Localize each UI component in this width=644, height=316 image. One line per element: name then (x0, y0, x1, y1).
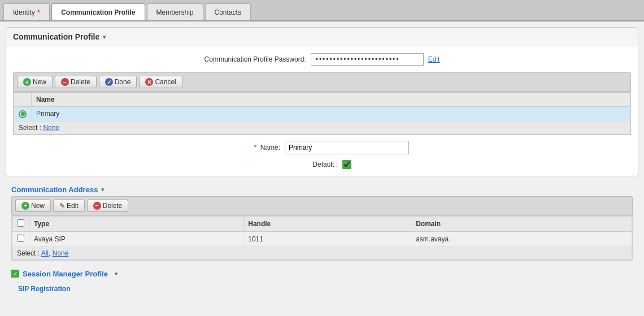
comm-address-toolbar: + New ✎ Edit − Delete (11, 196, 633, 215)
tab-communication-profile[interactable]: Communication Profile (51, 3, 145, 20)
new-profile-icon: + (23, 78, 31, 86)
tab-communication-profile-label: Communication Profile (61, 8, 135, 16)
comm-address-arrow[interactable]: ▾ (101, 186, 105, 193)
comm-profile-header: Communication Profile ▾ (6, 28, 638, 46)
cancel-profile-icon: ✕ (145, 78, 153, 86)
name-required-asterisk: * (254, 144, 257, 151)
delete-profile-icon: − (61, 78, 69, 86)
password-label: Communication Profile Password: (204, 55, 306, 63)
default-checkbox[interactable] (342, 160, 351, 169)
comm-address-header: Communication Address ▾ (11, 185, 633, 194)
new-address-icon: + (21, 202, 29, 210)
profile-toolbar: + New − Delete ✓ Done ✕ Cancel (13, 72, 631, 92)
address-col-type: Type (29, 216, 243, 231)
profile-select-row: Select : None (14, 122, 630, 135)
session-mgr-section: ✓ Session Manager Profile ▾ SIP Registra… (11, 270, 633, 295)
delete-address-icon: − (93, 202, 101, 210)
comm-address-title: Communication Address (11, 185, 98, 194)
address-row-checkbox-cell (12, 231, 29, 246)
tab-contacts-label: Contacts (215, 8, 241, 16)
name-form-row: * Name: (13, 141, 631, 154)
edit-password-link[interactable]: Edit (428, 55, 440, 63)
new-address-button[interactable]: + New (15, 200, 51, 212)
tab-identity-asterisk: * (37, 8, 40, 17)
comm-profile-title: Communication Profile (13, 32, 99, 41)
address-table-container: Type Handle Domain Avaya SIP 1011 asm.av… (11, 215, 633, 261)
radio-selected (19, 110, 27, 118)
new-profile-label: New (33, 78, 46, 86)
tab-contacts[interactable]: Contacts (205, 3, 251, 20)
delete-address-button[interactable]: − Delete (87, 200, 129, 212)
address-row-type: Avaya SIP (29, 231, 243, 246)
table-row[interactable]: Avaya SIP 1011 asm.avaya (12, 231, 632, 246)
address-select-row: Select : All, None (12, 247, 632, 260)
address-select-all[interactable]: All (41, 249, 49, 257)
session-mgr-header: ✓ Session Manager Profile ▾ (11, 270, 633, 278)
address-row-handle: 1011 (243, 231, 411, 246)
tab-identity[interactable]: Identity * (3, 3, 50, 20)
cancel-profile-label: Cancel (155, 78, 176, 86)
name-label-text: Name: (260, 144, 280, 151)
delete-address-label: Delete (103, 202, 123, 210)
default-form-row: Default : (13, 160, 631, 169)
name-label: * Name: (235, 144, 280, 151)
comm-profile-panel: Communication Profile ▾ Communication Pr… (6, 27, 638, 176)
address-table: Type Handle Domain Avaya SIP 1011 asm.av… (12, 216, 632, 247)
profile-col-radio (14, 93, 32, 107)
password-dots: •••••••••••••••••••••••• (311, 53, 424, 66)
profile-row-name: Primary (32, 107, 630, 122)
profile-table-container: Name Primary Select : None (13, 92, 631, 135)
profile-table: Name Primary (14, 92, 630, 122)
delete-profile-button[interactable]: − Delete (55, 76, 97, 88)
profile-row-radio (14, 107, 32, 122)
session-mgr-arrow[interactable]: ▾ (115, 270, 118, 278)
done-profile-icon: ✓ (105, 78, 113, 86)
tab-membership-label: Membership (156, 8, 194, 16)
address-select-all-checkbox[interactable] (17, 219, 24, 227)
table-row[interactable]: Primary (14, 107, 630, 122)
address-row-checkbox[interactable] (17, 235, 24, 242)
tabs-bar: Identity * Communication Profile Members… (0, 0, 644, 21)
address-select-prefix: Select : (17, 249, 40, 257)
done-profile-label: Done (115, 78, 131, 86)
address-col-check (12, 216, 29, 231)
default-label: Default : (293, 161, 338, 168)
edit-address-button[interactable]: ✎ Edit (53, 200, 85, 212)
new-profile-button[interactable]: + New (17, 76, 53, 88)
delete-profile-label: Delete (71, 78, 90, 86)
profile-col-name: Name (32, 93, 630, 107)
password-row: Communication Profile Password: ••••••••… (13, 53, 631, 66)
cancel-profile-button[interactable]: ✕ Cancel (139, 76, 182, 88)
done-profile-button[interactable]: ✓ Done (99, 76, 137, 88)
tab-membership[interactable]: Membership (147, 3, 203, 20)
session-mgr-checkbox[interactable]: ✓ (11, 270, 19, 278)
tab-identity-label: Identity (13, 8, 35, 16)
address-select-none[interactable]: None (53, 249, 69, 257)
comm-profile-content: Communication Profile Password: ••••••••… (6, 46, 638, 176)
comm-address-section: Communication Address ▾ + New ✎ Edit − D… (11, 185, 633, 261)
profile-select-prefix: Select : (19, 124, 41, 132)
edit-address-label: Edit (67, 202, 79, 210)
sip-registration-title: SIP Registration (11, 280, 633, 295)
address-row-domain: asm.avaya (411, 231, 632, 246)
comm-profile-dropdown-arrow[interactable]: ▾ (103, 33, 106, 41)
profile-select-none[interactable]: None (43, 124, 59, 132)
address-col-domain: Domain (411, 216, 632, 231)
address-col-handle: Handle (243, 216, 411, 231)
edit-address-icon: ✎ (59, 202, 65, 210)
new-address-label: New (31, 202, 45, 210)
name-input[interactable] (285, 141, 409, 154)
session-mgr-title: Session Manager Profile (23, 270, 108, 278)
main-content: Communication Profile ▾ Communication Pr… (0, 21, 644, 316)
